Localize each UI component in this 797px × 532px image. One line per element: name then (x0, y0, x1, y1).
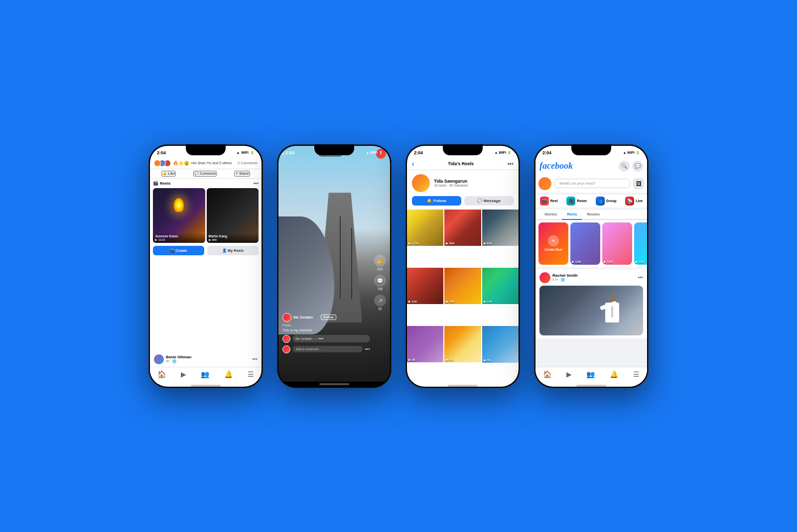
create-group-item[interactable]: 👥 Group (596, 197, 617, 206)
author-avatar (154, 354, 164, 364)
nav-home-4[interactable]: 🏠 (543, 370, 551, 378)
nav-menu-4[interactable]: ☰ (633, 370, 640, 378)
follow-button[interactable]: 🔔 Follow (412, 196, 461, 206)
reel-1-name: Joonseo Kwon (155, 234, 203, 238)
reel-1-label: Joonseo Kwon ▶ 121K (153, 233, 205, 243)
post-author-info: Rachel Smith 8 hr · 🌐 (539, 272, 578, 283)
notch-2 (314, 144, 354, 155)
audio-label: Itai Jordaan · ♪ (295, 337, 317, 340)
post-comments: 2 Comments (238, 161, 258, 165)
reel-thumb-8[interactable]: ▶ 9K (444, 326, 481, 362)
reel-card-3[interactable]: ▶ 12K (634, 222, 647, 265)
reel-thumb-6[interactable]: ▶ 14K (482, 268, 519, 304)
time-3: 2:04 (414, 150, 423, 155)
reel-thumb-7[interactable]: ▶ 5K (407, 326, 443, 362)
reels-dots[interactable]: ••• (253, 181, 259, 186)
nav-dots-3[interactable]: ••• (507, 160, 514, 167)
bottom-nav-4: 🏠 ▶ 👥 🔔 ☰ (535, 367, 647, 384)
create-live-item[interactable]: 📡 Live (625, 197, 643, 206)
comment-avatar (282, 345, 290, 353)
nav-notifications-1[interactable]: 🔔 (224, 370, 233, 378)
reel-card-2[interactable]: ▶ 12M (602, 222, 632, 265)
fb-header-icons: 🔍 💬 (619, 161, 643, 172)
nav-notifications-4[interactable]: 🔔 (610, 370, 618, 378)
post-section-header: Rachel Smith 8 hr · 🌐 ••• (539, 272, 643, 283)
notch-3 (443, 144, 483, 155)
fb-logo: facebook (539, 161, 573, 171)
time-2: 2:04 (285, 150, 294, 155)
search-icon-btn[interactable]: 🔍 (619, 161, 630, 172)
home-indicator-3 (448, 385, 478, 387)
like-button[interactable]: 👍 Like (161, 171, 176, 177)
nav-home-1[interactable]: 🏠 (157, 370, 166, 378)
post-header: 🔥🌟😮 Hoi Shan Yiu and 5 others 2 Comments (150, 158, 262, 169)
status-icons-1: ▲ WiFi 🔋 (236, 151, 255, 155)
post-emojis: 🔥🌟😮 (173, 161, 189, 166)
nav-reels-4[interactable]: ▶ (566, 370, 572, 378)
room-icon: 🎥 (566, 197, 575, 206)
reel-1-views: ▶ 121K (155, 238, 203, 241)
tab-stories[interactable]: Stories (539, 210, 562, 220)
reel-item-1[interactable]: Joonseo Kwon ▶ 121K (153, 188, 205, 243)
reel-thumb-2[interactable]: ▶ 90K (444, 210, 481, 246)
photo-button[interactable]: 🖼 (633, 178, 644, 189)
comment-action[interactable]: 💬 780 (374, 275, 386, 291)
add-comment-row: Add a comment... ••• (282, 345, 370, 353)
reel-visibility: Public (282, 323, 370, 327)
nav-friends-1[interactable]: 👥 (201, 370, 209, 378)
reel-icon: 🎬 (540, 197, 549, 206)
nav-friends-4[interactable]: 👥 (586, 370, 595, 378)
reel-caption: This is my moment (282, 328, 370, 332)
reel-thumb-1[interactable]: ▶ 121K (407, 210, 443, 246)
reel-card-1[interactable]: ▶ 12M (570, 222, 600, 265)
notch-4 (571, 144, 611, 155)
tab-rooms[interactable]: Rooms (582, 210, 604, 220)
reel-thumb-4[interactable]: ▶ 12K (407, 268, 443, 304)
post-dots[interactable]: ••• (252, 356, 258, 362)
reel-thumb-5[interactable]: ▶ 80K (444, 268, 481, 304)
profile-section: Tida Saengarun 16 reels · 6K followers (407, 170, 519, 196)
post-section-4: Rachel Smith 8 hr · 🌐 ••• (535, 269, 647, 338)
like-action[interactable]: 👍 22K (374, 255, 386, 271)
reels-title: Reels (160, 181, 170, 186)
phone-3: 2:04 ▲ WiFi 🔋 ‹ Tida's Reels ••• Tida Sa… (405, 144, 520, 388)
reel-follow-button[interactable]: Follow (321, 315, 336, 320)
author-time: 8h · 🌐 (166, 359, 191, 363)
profile-stats: 16 reels · 6K followers (434, 184, 514, 187)
my-reels-button[interactable]: 👤 My Reels (207, 246, 259, 255)
nav-reels-1[interactable]: ▶ (181, 370, 186, 378)
reel-item-2[interactable]: Martin Kang ▶ 88K (207, 188, 259, 243)
reel-thumb-9[interactable]: ▶ 7K (482, 326, 519, 362)
comment-button[interactable]: 💬 Comment (193, 171, 217, 177)
reel-thumb-views-8: ▶ 9K (446, 358, 453, 361)
fb-tabs: Stories Reels Rooms (535, 210, 647, 220)
verified-icon: ✓ (315, 316, 318, 319)
create-reel-label: Create Reel (544, 248, 562, 251)
reel-thumb-views-5: ▶ 80K (446, 300, 455, 303)
messenger-icon-btn[interactable]: 💬 (632, 161, 643, 172)
bottom-nav-1: 🏠 ▶ 👥 🔔 ☰ (150, 367, 262, 384)
post-meta-text: Hoi Shan Yiu and 5 others (191, 161, 232, 165)
reel-thumb-3[interactable]: ▶ 81K (482, 210, 519, 246)
phone4-content: facebook 🔍 💬 What's on your mind? 🖼 🎬 (535, 158, 647, 367)
post-dots-4[interactable]: ••• (638, 275, 643, 280)
reel-thumb-views-4: ▶ 12K (408, 300, 417, 303)
create-reel-item[interactable]: 🎬 Reel (540, 197, 558, 206)
post-author-avatar-4 (539, 272, 550, 283)
fb-story-row: What's on your mind? 🖼 (535, 175, 647, 195)
create-room-item[interactable]: 🎥 Room (566, 197, 587, 206)
lantern-icon (174, 198, 184, 212)
create-reel-button[interactable]: 🎬 Create (153, 246, 204, 255)
tab-reels[interactable]: Reels (562, 210, 582, 220)
reel-right-actions: 👍 22K 💬 780 ↗ 52 (374, 255, 386, 311)
reel-comment-row: Itai Jordaan · ♪ ••• (282, 335, 370, 343)
whats-on-mind-input[interactable]: What's on your mind? (554, 179, 631, 188)
message-button[interactable]: 💬 Message (464, 196, 514, 206)
nav-menu-1[interactable]: ☰ (248, 370, 254, 378)
create-reel-card[interactable]: + Create Reel (538, 222, 568, 265)
share-action[interactable]: ↗ 52 (374, 295, 386, 311)
share-button[interactable]: ↗ Share (234, 171, 250, 177)
create-reel-icon: + (548, 235, 559, 246)
comment-input[interactable]: Add a comment... (292, 346, 363, 352)
commenter-avatar (282, 335, 290, 343)
